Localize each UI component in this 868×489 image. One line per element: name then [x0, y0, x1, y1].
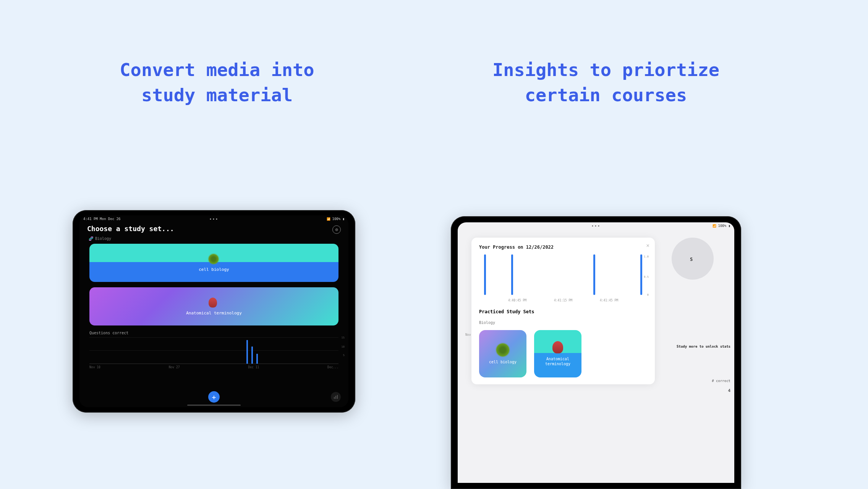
y-tick: 15: [342, 336, 345, 339]
heart-icon: [552, 341, 563, 353]
modal-title: Your Progress on 12/26/2022: [479, 244, 647, 250]
progress-bar: [640, 254, 642, 295]
tile-anatomical-terminology[interactable]: Anatomical terminology: [534, 330, 581, 377]
card-label: cell biology: [199, 267, 229, 272]
progress-bar: [484, 254, 486, 295]
chart-bars: [89, 337, 338, 364]
add-button[interactable]: +: [208, 391, 220, 403]
section-title: Practiced Study Sets: [479, 309, 647, 314]
dna-icon: 🧬: [89, 236, 93, 241]
svg-rect-1: [335, 396, 336, 399]
heart-icon: [209, 298, 219, 308]
headline-right: Insights to priortize certain courses: [480, 57, 732, 108]
progress-chart: 1.0 0.5 0: [479, 254, 647, 300]
study-card-anatomical-terminology[interactable]: Anatomical terminology: [89, 287, 338, 325]
tile-label: cell biology: [489, 359, 517, 364]
multitask-dots-icon[interactable]: •••: [209, 217, 219, 221]
screen-title: Choose a study set...: [79, 222, 348, 234]
close-icon[interactable]: ✕: [646, 242, 649, 248]
settings-gear-icon[interactable]: ⚙: [332, 225, 341, 234]
correct-value: 4: [662, 388, 730, 393]
chart-title: Questions correct: [89, 331, 338, 335]
multitask-dots-icon[interactable]: •••: [591, 224, 601, 228]
card-label: Anatomical terminology: [186, 311, 242, 316]
x-ticks: Nov 10 Nov 27 Dec 11 Dec...: [89, 364, 338, 369]
status-bar: ••• 📶 100% ▮: [458, 222, 734, 229]
ipad-screen-left: 4:41 PM Mon Dec 26 ••• 📶 100% ▮ Choose a…: [79, 215, 348, 407]
study-card-cell-biology[interactable]: cell biology: [89, 244, 338, 282]
virus-icon: [496, 343, 509, 356]
svg-rect-0: [334, 397, 335, 399]
y-tick: 0.5: [644, 275, 649, 279]
stats-button[interactable]: [331, 392, 341, 402]
home-indicator[interactable]: [187, 405, 241, 406]
ipad-screen-right: ••• 📶 100% ▮ S Nov 13 Study more to unlo…: [458, 222, 734, 483]
x-tick: Dec 11: [248, 366, 259, 369]
status-bar: 4:41 PM Mon Dec 26 ••• 📶 100% ▮: [79, 215, 348, 222]
x-tick: Nov 27: [169, 366, 180, 369]
tile-label: Anatomical terminology: [545, 356, 570, 366]
virus-icon: [209, 254, 219, 265]
status-battery: 📶 100% ▮: [327, 217, 345, 221]
ipad-device-left: 4:41 PM Mon Dec 26 ••• 📶 100% ▮ Choose a…: [73, 210, 355, 413]
headline-left: Convert media into study material: [102, 57, 332, 108]
y-tick: 5: [343, 354, 345, 357]
x-tick: Dec...: [327, 366, 338, 369]
category-label-text: Biology: [95, 236, 111, 241]
svg-rect-2: [337, 395, 338, 399]
progress-bar: [511, 254, 513, 295]
bar-chart-icon: [334, 395, 338, 399]
bg-stats-panel: Study more to unlock stats # correct 4: [662, 322, 730, 398]
ipad-device-right: ••• 📶 100% ▮ S Nov 13 Study more to unlo…: [451, 216, 741, 489]
progress-bar: [593, 254, 595, 295]
modal-category: Biology: [479, 321, 647, 325]
y-tick: 10: [342, 345, 345, 348]
category-biology: 🧬 Biology: [79, 234, 348, 244]
tile-cell-biology[interactable]: cell biology: [479, 330, 526, 377]
y-tick: 1.0: [644, 255, 649, 258]
questions-correct-chart: Questions correct 15 10 5 Nov 10 Nov: [89, 331, 338, 369]
progress-modal: ✕ Your Progress on 12/26/2022 1.0 0.5 0 …: [471, 238, 655, 384]
unlock-stats-text: Study more to unlock stats: [662, 345, 730, 348]
status-battery: 📶 100% ▮: [713, 224, 730, 228]
y-tick: 0: [647, 293, 649, 296]
correct-label: # correct: [662, 379, 730, 383]
status-time: 4:41 PM Mon Dec 26: [83, 217, 121, 221]
circle-letter: S: [690, 257, 693, 262]
x-tick: Nov 10: [89, 366, 100, 369]
